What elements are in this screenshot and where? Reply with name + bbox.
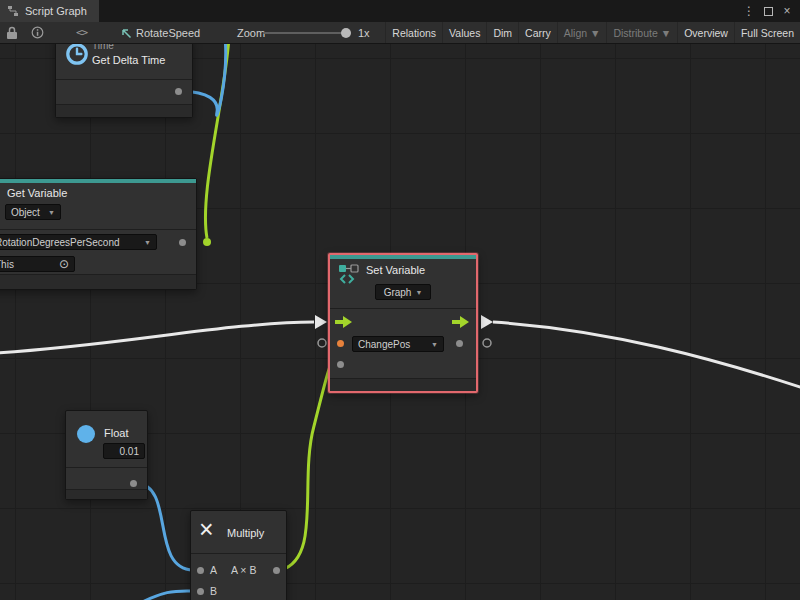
breadcrumb-icon (120, 22, 132, 43)
clock-icon (64, 44, 90, 67)
port-input-a[interactable] (197, 567, 204, 574)
scope-value: Object (11, 207, 40, 218)
distribute-button: Distribute ▼ (606, 22, 677, 43)
wire-blue-bottom (135, 591, 194, 600)
float-value-input[interactable]: 0.01 (103, 443, 145, 459)
node-set-variable[interactable]: Set Variable Graph ▼ ChangePos ▼ (328, 253, 478, 393)
flow-input-arrow-icon[interactable] (335, 316, 352, 328)
node-header-bar (330, 255, 476, 259)
lock-icon[interactable] (6, 22, 18, 43)
port-label-output: A × B (231, 564, 256, 576)
toolbar-buttons: Relations Values Dim Carry Align ▼ Distr… (385, 22, 800, 43)
node-title: Get Delta Time (92, 54, 165, 66)
port-value-output[interactable] (456, 340, 463, 347)
port-input-b[interactable] (197, 588, 204, 595)
dim-button[interactable]: Dim (486, 22, 518, 43)
wire-green-top-endpoint[interactable] (203, 238, 211, 246)
menu-icon[interactable]: ⋮ (741, 2, 757, 20)
port-float-output[interactable] (130, 480, 137, 487)
ghost-port-right[interactable] (483, 339, 491, 347)
port-variable-output[interactable] (179, 239, 186, 246)
variable-target-field[interactable]: This ⊙ (0, 256, 75, 272)
node-divider (66, 467, 147, 468)
node-title: Float (104, 427, 128, 439)
carry-button[interactable]: Carry (518, 22, 557, 43)
node-title: Multiply (227, 527, 264, 539)
port-target-input[interactable] (337, 361, 344, 368)
float-value: 0.01 (120, 446, 139, 457)
node-footer (66, 489, 147, 499)
code-icon[interactable]: <> (76, 22, 87, 43)
node-float[interactable]: Float 0.01 (65, 410, 148, 500)
node-divider (191, 553, 286, 554)
scope-value: Graph (384, 287, 412, 298)
variable-icon (338, 263, 360, 285)
info-icon[interactable] (31, 22, 44, 43)
values-button[interactable]: Values (442, 22, 486, 43)
variable-scope-dropdown[interactable]: Object ▼ (5, 204, 61, 220)
node-footer (0, 274, 196, 289)
relations-button[interactable]: Relations (385, 22, 442, 43)
node-divider (56, 79, 192, 80)
port-delta-time-output[interactable] (175, 88, 182, 95)
variable-name-dropdown[interactable]: ChangePos ▼ (352, 336, 444, 352)
tab-bar: Script Graph ⋮ × (0, 0, 800, 22)
ghost-port-left[interactable] (318, 339, 326, 347)
zoom-handle[interactable] (341, 28, 351, 38)
wire-flow-in-arrow (315, 315, 327, 329)
port-label-a: A (210, 564, 217, 576)
node-divider (330, 308, 476, 309)
align-button: Align ▼ (557, 22, 607, 43)
target-value: This (0, 259, 14, 270)
graph-toolbar: <> RotateSpeed Zoom 1x Relations Values … (0, 22, 800, 44)
node-divider (0, 229, 196, 230)
overview-button[interactable]: Overview (677, 22, 734, 43)
tab-title: Script Graph (25, 5, 87, 17)
wire-flow-out (493, 322, 800, 389)
fullscreen-button[interactable]: Full Screen (734, 22, 800, 43)
zoom-label: Zoom (237, 22, 265, 43)
multiply-icon: × (199, 517, 214, 542)
variable-name: RotationDegreesPerSecond (0, 237, 120, 248)
node-category: Time (92, 44, 114, 51)
node-get-variable[interactable]: Get Variable Object ▼ RotationDegreesPer… (0, 178, 197, 290)
node-multiply[interactable]: × Multiply A A × B B (190, 510, 287, 600)
node-title: Get Variable (7, 187, 67, 199)
window-controls: ⋮ × (741, 0, 800, 22)
variable-name: ChangePos (358, 339, 410, 350)
graph-canvas[interactable]: Time Get Delta Time Get Variable Object … (0, 44, 800, 600)
breadcrumb[interactable]: RotateSpeed (136, 22, 200, 43)
variable-name-dropdown[interactable]: RotationDegreesPerSecond ▼ (0, 234, 157, 250)
close-icon[interactable]: × (779, 2, 795, 20)
wire-flow-out-arrow (481, 315, 493, 329)
graph-icon (7, 5, 19, 17)
maximize-icon[interactable] (760, 2, 776, 20)
node-title: Set Variable (366, 264, 425, 276)
chevron-down-icon: ▼ (140, 239, 151, 246)
node-get-delta-time[interactable]: Time Get Delta Time (55, 44, 193, 118)
port-value-input[interactable] (337, 340, 344, 347)
chevron-down-icon: ▼ (427, 341, 438, 348)
wire-flow-in (0, 322, 314, 353)
port-output-product[interactable] (273, 567, 280, 574)
zoom-value: 1x (358, 22, 370, 43)
chevron-down-icon: ▼ (415, 289, 422, 296)
float-icon (77, 425, 95, 443)
target-icon: ⊙ (59, 258, 69, 270)
zoom-slider[interactable] (263, 32, 351, 34)
node-footer (330, 378, 476, 391)
port-label-b: B (210, 585, 217, 597)
flow-output-arrow-icon[interactable] (452, 316, 469, 328)
tab-script-graph[interactable]: Script Graph (0, 0, 99, 22)
node-footer (56, 104, 192, 117)
variable-scope-dropdown[interactable]: Graph ▼ (375, 284, 431, 300)
chevron-down-icon: ▼ (44, 209, 55, 216)
node-header-bar (0, 179, 196, 183)
